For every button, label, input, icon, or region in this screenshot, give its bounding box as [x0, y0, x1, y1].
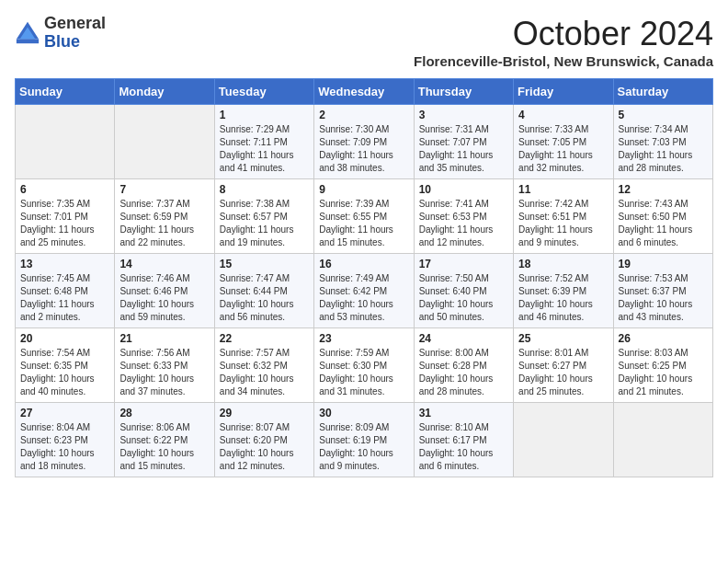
- day-info: Sunrise: 7:29 AM Sunset: 7:11 PM Dayligh…: [220, 123, 309, 175]
- day-info: Sunrise: 7:42 AM Sunset: 6:51 PM Dayligh…: [518, 198, 608, 249]
- table-row: 11Sunrise: 7:42 AM Sunset: 6:51 PM Dayli…: [514, 179, 613, 254]
- day-info: Sunrise: 7:30 AM Sunset: 7:09 PM Dayligh…: [319, 123, 408, 175]
- day-number: 2: [319, 109, 408, 121]
- day-number: 1: [220, 109, 309, 121]
- table-row: 30Sunrise: 8:09 AM Sunset: 6:19 PM Dayli…: [314, 403, 414, 477]
- day-info: Sunrise: 8:00 AM Sunset: 6:28 PM Dayligh…: [419, 347, 508, 398]
- table-row: 14Sunrise: 7:46 AM Sunset: 6:46 PM Dayli…: [115, 254, 214, 328]
- day-number: 21: [119, 332, 209, 345]
- logo: General Blue: [15, 15, 106, 52]
- table-row: 15Sunrise: 7:47 AM Sunset: 6:44 PM Dayli…: [214, 254, 313, 328]
- day-info: Sunrise: 7:54 AM Sunset: 6:35 PM Dayligh…: [20, 347, 109, 398]
- day-info: Sunrise: 7:53 AM Sunset: 6:37 PM Dayligh…: [619, 272, 708, 324]
- day-number: 17: [419, 258, 508, 270]
- day-number: 9: [319, 183, 408, 196]
- calendar-week-row: 27Sunrise: 8:04 AM Sunset: 6:23 PM Dayli…: [16, 403, 713, 477]
- day-number: 7: [119, 183, 209, 196]
- table-row: 3Sunrise: 7:31 AM Sunset: 7:07 PM Daylig…: [414, 105, 513, 179]
- table-row: 9Sunrise: 7:39 AM Sunset: 6:55 PM Daylig…: [314, 179, 414, 254]
- table-row: 26Sunrise: 8:03 AM Sunset: 6:25 PM Dayli…: [613, 328, 712, 403]
- table-row: 12Sunrise: 7:43 AM Sunset: 6:50 PM Dayli…: [613, 179, 712, 254]
- day-number: 10: [419, 183, 508, 196]
- day-number: 3: [419, 109, 508, 121]
- day-info: Sunrise: 7:33 AM Sunset: 7:05 PM Dayligh…: [518, 123, 608, 175]
- month-title: October 2024: [414, 15, 713, 53]
- table-row: 6Sunrise: 7:35 AM Sunset: 7:01 PM Daylig…: [16, 179, 115, 254]
- table-row: 20Sunrise: 7:54 AM Sunset: 6:35 PM Dayli…: [16, 328, 115, 403]
- day-number: 14: [119, 258, 209, 270]
- day-info: Sunrise: 8:01 AM Sunset: 6:27 PM Dayligh…: [518, 347, 608, 398]
- day-info: Sunrise: 7:35 AM Sunset: 7:01 PM Dayligh…: [20, 198, 109, 249]
- table-row: 13Sunrise: 7:45 AM Sunset: 6:48 PM Dayli…: [16, 254, 115, 328]
- day-number: 22: [220, 332, 309, 345]
- day-info: Sunrise: 7:41 AM Sunset: 6:53 PM Dayligh…: [419, 198, 508, 249]
- day-number: 18: [518, 258, 608, 270]
- day-number: 15: [220, 258, 309, 270]
- table-row: 1Sunrise: 7:29 AM Sunset: 7:11 PM Daylig…: [214, 105, 313, 179]
- day-info: Sunrise: 7:56 AM Sunset: 6:33 PM Dayligh…: [119, 347, 209, 398]
- day-number: 28: [119, 407, 209, 419]
- table-row: 7Sunrise: 7:37 AM Sunset: 6:59 PM Daylig…: [115, 179, 214, 254]
- day-info: Sunrise: 7:46 AM Sunset: 6:46 PM Dayligh…: [119, 272, 209, 324]
- day-number: 26: [619, 332, 708, 345]
- table-row: 5Sunrise: 7:34 AM Sunset: 7:03 PM Daylig…: [613, 105, 712, 179]
- calendar-week-row: 13Sunrise: 7:45 AM Sunset: 6:48 PM Dayli…: [16, 254, 713, 328]
- table-row: 16Sunrise: 7:49 AM Sunset: 6:42 PM Dayli…: [314, 254, 414, 328]
- title-block: October 2024 Florenceville-Bristol, New …: [414, 15, 713, 69]
- day-number: 25: [518, 332, 608, 345]
- col-tuesday: Tuesday: [214, 79, 313, 105]
- table-row: 25Sunrise: 8:01 AM Sunset: 6:27 PM Dayli…: [514, 328, 613, 403]
- logo-text: General Blue: [44, 15, 106, 52]
- day-number: 12: [619, 183, 708, 196]
- day-info: Sunrise: 7:39 AM Sunset: 6:55 PM Dayligh…: [319, 198, 408, 249]
- table-row: 27Sunrise: 8:04 AM Sunset: 6:23 PM Dayli…: [16, 403, 115, 477]
- day-info: Sunrise: 7:59 AM Sunset: 6:30 PM Dayligh…: [319, 347, 408, 398]
- table-row: 17Sunrise: 7:50 AM Sunset: 6:40 PM Dayli…: [414, 254, 513, 328]
- table-row: 8Sunrise: 7:38 AM Sunset: 6:57 PM Daylig…: [214, 179, 313, 254]
- calendar-week-row: 1Sunrise: 7:29 AM Sunset: 7:11 PM Daylig…: [16, 105, 713, 179]
- day-info: Sunrise: 7:34 AM Sunset: 7:03 PM Dayligh…: [619, 123, 708, 175]
- day-info: Sunrise: 8:10 AM Sunset: 6:17 PM Dayligh…: [419, 421, 508, 473]
- day-info: Sunrise: 7:47 AM Sunset: 6:44 PM Dayligh…: [220, 272, 309, 324]
- calendar-table: Sunday Monday Tuesday Wednesday Thursday…: [15, 78, 713, 477]
- day-info: Sunrise: 8:04 AM Sunset: 6:23 PM Dayligh…: [20, 421, 109, 473]
- table-row: 24Sunrise: 8:00 AM Sunset: 6:28 PM Dayli…: [414, 328, 513, 403]
- day-info: Sunrise: 7:37 AM Sunset: 6:59 PM Dayligh…: [119, 198, 209, 249]
- page-header: General Blue October 2024 Florenceville-…: [15, 15, 713, 69]
- day-info: Sunrise: 7:31 AM Sunset: 7:07 PM Dayligh…: [419, 123, 508, 175]
- table-row: 21Sunrise: 7:56 AM Sunset: 6:33 PM Dayli…: [115, 328, 214, 403]
- day-number: 29: [220, 407, 309, 419]
- table-row: 29Sunrise: 8:07 AM Sunset: 6:20 PM Dayli…: [214, 403, 313, 477]
- table-row: 31Sunrise: 8:10 AM Sunset: 6:17 PM Dayli…: [414, 403, 513, 477]
- day-number: 24: [419, 332, 508, 345]
- logo-blue: Blue: [44, 33, 106, 52]
- col-wednesday: Wednesday: [314, 79, 414, 105]
- day-number: 8: [220, 183, 309, 196]
- day-info: Sunrise: 7:50 AM Sunset: 6:40 PM Dayligh…: [419, 272, 508, 324]
- table-row: 18Sunrise: 7:52 AM Sunset: 6:39 PM Dayli…: [514, 254, 613, 328]
- day-number: 30: [319, 407, 408, 419]
- table-row: 19Sunrise: 7:53 AM Sunset: 6:37 PM Dayli…: [613, 254, 712, 328]
- day-info: Sunrise: 7:38 AM Sunset: 6:57 PM Dayligh…: [220, 198, 309, 249]
- day-number: 13: [20, 258, 109, 270]
- col-friday: Friday: [514, 79, 613, 105]
- calendar-week-row: 6Sunrise: 7:35 AM Sunset: 7:01 PM Daylig…: [16, 179, 713, 254]
- day-number: 20: [20, 332, 109, 345]
- table-row: 23Sunrise: 7:59 AM Sunset: 6:30 PM Dayli…: [314, 328, 414, 403]
- col-thursday: Thursday: [414, 79, 513, 105]
- logo-icon: [15, 20, 40, 46]
- table-row: [613, 403, 712, 477]
- logo-general: General: [44, 15, 106, 33]
- svg-rect-2: [17, 39, 39, 43]
- day-number: 4: [518, 109, 608, 121]
- col-sunday: Sunday: [16, 79, 115, 105]
- day-number: 23: [319, 332, 408, 345]
- day-number: 6: [20, 183, 109, 196]
- location-subtitle: Florenceville-Bristol, New Brunswick, Ca…: [414, 53, 713, 69]
- day-number: 31: [419, 407, 508, 419]
- table-row: [514, 403, 613, 477]
- day-info: Sunrise: 7:45 AM Sunset: 6:48 PM Dayligh…: [20, 272, 109, 324]
- calendar-header-row: Sunday Monday Tuesday Wednesday Thursday…: [16, 79, 713, 105]
- table-row: 22Sunrise: 7:57 AM Sunset: 6:32 PM Dayli…: [214, 328, 313, 403]
- table-row: 10Sunrise: 7:41 AM Sunset: 6:53 PM Dayli…: [414, 179, 513, 254]
